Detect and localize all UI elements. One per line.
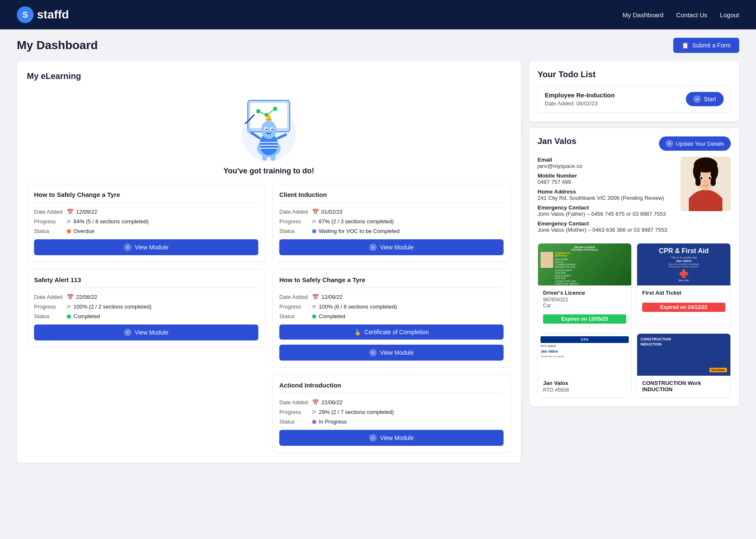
date-added-value: 📅 12/09/22: [67, 209, 97, 215]
progress-value: ⟳ 67% (2 / 3 sections completed): [312, 218, 394, 225]
module-title-client: Client Induction: [279, 191, 504, 203]
doc-cards-grid: DRIVER LICENCEVICTORIA AUSTRALIA LICENCE…: [538, 243, 731, 398]
svg-point-31: [694, 157, 717, 173]
module-title-actiond: Actiond Introduction: [279, 382, 504, 393]
date-added-value: 📅 22/08/22: [312, 399, 343, 406]
status-label: Status: [279, 228, 309, 234]
svg-rect-10: [262, 154, 267, 161]
start-button[interactable]: + Start: [686, 92, 724, 106]
emergency-contact-2-field: Emergency Contact June Valos (Mother) – …: [538, 220, 674, 233]
update-icon: +: [666, 140, 673, 147]
status-value: Waiting for VOC to be Completed: [312, 228, 399, 234]
doc-card-drivers-licence: DRIVER LICENCEVICTORIA AUSTRALIA LICENCE…: [538, 243, 632, 328]
profile-header: Jan Valos + Update Your Details: [538, 136, 731, 151]
progress-icon: ⟳: [312, 304, 316, 310]
progress-label: Progress: [279, 218, 309, 225]
profile-info: Email janv@myspace.co Mobile Number 0487…: [538, 157, 674, 236]
progress-icon: ⟳: [312, 219, 316, 225]
view-module-button-actiond[interactable]: + View Module: [279, 430, 504, 446]
date-added-label: Date Added: [34, 209, 63, 215]
view-module-button-safety[interactable]: + View Module: [34, 324, 258, 340]
module-title-tyre-right: How to Safely Change a Tyre: [279, 276, 504, 288]
module-title: How to Safely Change a Tyre: [34, 191, 258, 203]
ec1-label: Emergency Contact: [538, 204, 674, 211]
main-content: My eLearning: [0, 61, 756, 480]
view-module-button-tyre-right[interactable]: + View Module: [279, 345, 504, 361]
todo-title: Your Todo List: [538, 70, 731, 79]
plus-circle-icon: +: [124, 329, 131, 336]
nav-contact[interactable]: Contact Us: [676, 11, 707, 18]
date-added-value: 📅 22/08/22: [67, 294, 97, 300]
doc-rto: RTO 45608: [543, 387, 626, 393]
calendar-icon: 📅: [67, 294, 74, 300]
address-field: Home Address 241 City Rd, Southbank VIC …: [538, 188, 674, 201]
cta-image: CTA RTO 45608 Jan Valos Certificate of T…: [538, 334, 631, 376]
ec1-value: John Valos (Father) – 0456 745 675 or 03…: [538, 211, 674, 217]
svg-point-25: [247, 129, 251, 133]
module-card-client-induction: Client Induction Date Added 📅 01/02/23 P…: [272, 184, 511, 262]
certificate-button[interactable]: 🏅 Certificate of Completion: [279, 324, 504, 340]
date-added-label: Date Added: [279, 399, 309, 406]
plus-circle-icon: +: [369, 349, 377, 356]
doc-title-fa: First Aid Ticket: [642, 290, 725, 296]
status-value: Overdue: [67, 228, 94, 234]
status-label: Status: [279, 313, 309, 319]
progress-icon: ⟳: [67, 304, 71, 310]
drivers-licence-image: DRIVER LICENCEVICTORIA AUSTRALIA LICENCE…: [538, 243, 631, 285]
elearning-title: My eLearning: [27, 71, 511, 81]
progress-label: Progress: [34, 304, 63, 310]
svg-point-20: [271, 128, 273, 130]
todo-item-info: Employee Re-Induction Date Added: 08/02/…: [545, 92, 615, 107]
status-label: Status: [34, 228, 63, 234]
status-label: Status: [34, 313, 63, 319]
doc-title: Driver's Licence: [543, 290, 626, 296]
todo-item: Employee Re-Induction Date Added: 08/02/…: [538, 85, 731, 113]
svg-rect-11: [270, 154, 276, 161]
emergency-contact-1-field: Emergency Contact John Valos (Father) – …: [538, 204, 674, 217]
mascot-area: You've got training to do!: [27, 88, 511, 175]
status-value: In Progress: [312, 419, 346, 425]
svg-point-34: [701, 177, 703, 179]
status-value: Completed: [67, 313, 100, 319]
logo-icon: S: [17, 6, 34, 23]
first-aid-info: First Aid Ticket: [637, 285, 730, 301]
svg-point-19: [265, 128, 267, 130]
view-module-button-tyre-left[interactable]: + View Module: [34, 239, 258, 255]
doc-card-first-aid: CPR & First Aid This is to certify that …: [637, 243, 731, 328]
calendar-icon: 📅: [312, 399, 319, 406]
construction-info: CONSTRUCTION Work INDUCTION: [637, 376, 730, 398]
view-module-button-client[interactable]: + View Module: [279, 239, 504, 255]
nav-dashboard[interactable]: My Dashboard: [622, 11, 664, 18]
drivers-licence-info: Driver's Licence 987654321 Car: [538, 285, 631, 313]
submit-form-button[interactable]: 📋 Submit a Form: [673, 38, 739, 53]
logo-text: staffd: [37, 8, 69, 21]
doc-expiry-drivers: Expires on 13/05/25: [543, 314, 626, 324]
svg-point-36: [704, 181, 707, 183]
address-label: Home Address: [538, 188, 674, 195]
calendar-icon: 📅: [312, 209, 319, 215]
doc-title-cta: Jan Valos: [543, 380, 626, 386]
date-added-label: Date Added: [279, 209, 309, 215]
progress-value: ⟳ 29% (2 / 7 sections completed): [312, 409, 394, 415]
plus-circle-icon: +: [124, 243, 131, 251]
ec2-label: Emergency Contact: [538, 220, 674, 227]
progress-label: Progress: [34, 218, 63, 225]
module-card-tyre-right: How to Safely Change a Tyre Date Added 📅…: [272, 269, 511, 368]
date-added-value: 📅 01/02/23: [312, 209, 343, 215]
status-label: Status: [279, 419, 309, 425]
profile-photo: [680, 157, 731, 211]
email-label: Email: [538, 157, 674, 163]
status-dot-orange: [67, 229, 71, 233]
profile-body: Email janv@myspace.co Mobile Number 0487…: [538, 157, 731, 236]
progress-label: Progress: [279, 409, 309, 415]
page-title: My Dashboard: [17, 39, 98, 52]
status-dot-blue: [312, 229, 316, 233]
header: S staffd My Dashboard Contact Us Logout: [0, 0, 756, 29]
doc-card-construction: CONSTRUCTIONINDUCTION WorkSafe CONSTRUCT…: [637, 333, 731, 398]
date-added-label: Date Added: [279, 294, 309, 300]
nav-logout[interactable]: Logout: [720, 11, 739, 18]
page-title-bar: My Dashboard 📋 Submit a Form: [0, 29, 756, 61]
svg-point-16: [261, 120, 276, 139]
progress-icon: ⟳: [312, 409, 316, 415]
update-details-button[interactable]: + Update Your Details: [659, 136, 731, 151]
